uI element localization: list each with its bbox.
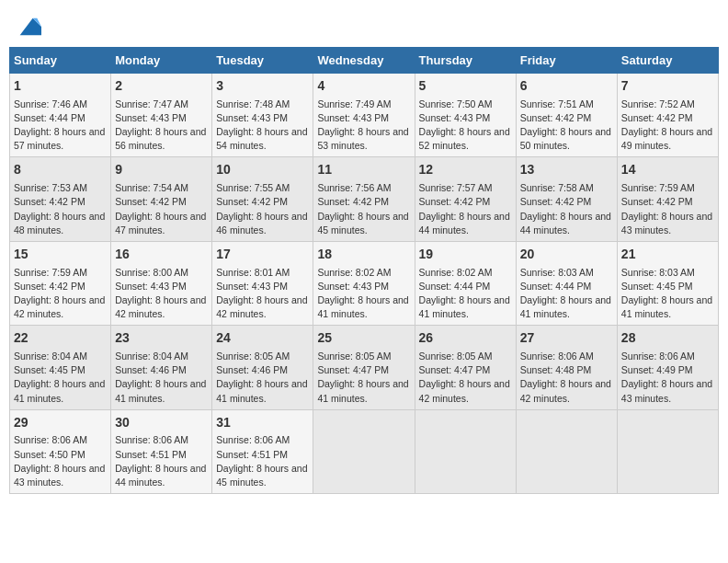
cell-content: Sunrise: 8:03 AMSunset: 4:45 PMDaylight:… xyxy=(621,266,714,322)
calendar-cell: 29Sunrise: 8:06 AMSunset: 4:50 PMDayligh… xyxy=(10,409,111,493)
daylight-label: Daylight: 8 hours and 57 minutes. xyxy=(14,126,105,151)
cell-content: Sunrise: 8:02 AMSunset: 4:43 PMDaylight:… xyxy=(317,266,410,322)
cell-content: Sunrise: 8:05 AMSunset: 4:47 PMDaylight:… xyxy=(419,350,512,406)
weekday-header-tuesday: Tuesday xyxy=(212,48,313,74)
weekday-header-friday: Friday xyxy=(516,48,617,74)
sunrise-label: Sunrise: 8:05 AM xyxy=(419,350,493,362)
cell-content: Sunrise: 7:54 AMSunset: 4:42 PMDaylight:… xyxy=(115,181,208,237)
sunset-label: Sunset: 4:48 PM xyxy=(520,364,592,375)
sunrise-label: Sunrise: 8:06 AM xyxy=(520,350,594,362)
sunset-label: Sunset: 4:46 PM xyxy=(115,364,187,375)
cell-content: Sunrise: 7:46 AMSunset: 4:44 PMDaylight:… xyxy=(14,98,107,154)
calendar-cell: 13Sunrise: 7:58 AMSunset: 4:42 PMDayligh… xyxy=(516,157,617,241)
daylight-label: Daylight: 8 hours and 54 minutes. xyxy=(216,126,307,151)
calendar-cell: 25Sunrise: 8:05 AMSunset: 4:47 PMDayligh… xyxy=(313,326,415,409)
sunset-label: Sunset: 4:42 PM xyxy=(115,196,187,207)
calendar-cell: 1Sunrise: 7:46 AMSunset: 4:44 PMDaylight… xyxy=(10,74,111,157)
calendar-cell: 27Sunrise: 8:06 AMSunset: 4:48 PMDayligh… xyxy=(516,326,617,409)
sunset-label: Sunset: 4:44 PM xyxy=(419,281,491,292)
day-number: 26 xyxy=(419,329,512,348)
sunrise-label: Sunrise: 8:06 AM xyxy=(216,434,290,445)
daylight-label: Daylight: 8 hours and 52 minutes. xyxy=(419,126,510,151)
sunrise-label: Sunrise: 8:04 AM xyxy=(115,350,188,362)
sunset-label: Sunset: 4:44 PM xyxy=(14,112,85,123)
calendar-header: SundayMondayTuesdayWednesdayThursdayFrid… xyxy=(10,48,719,74)
calendar-cell: 22Sunrise: 8:04 AMSunset: 4:45 PMDayligh… xyxy=(10,326,111,409)
sunrise-label: Sunrise: 8:06 AM xyxy=(14,434,87,445)
daylight-label: Daylight: 8 hours and 43 minutes. xyxy=(621,378,712,403)
sunrise-label: Sunrise: 8:06 AM xyxy=(115,434,188,445)
day-number: 20 xyxy=(520,246,613,264)
day-number: 1 xyxy=(14,77,107,96)
sunset-label: Sunset: 4:44 PM xyxy=(520,281,592,292)
calendar-cell: 20Sunrise: 8:03 AMSunset: 4:44 PMDayligh… xyxy=(516,241,617,325)
daylight-label: Daylight: 8 hours and 42 minutes. xyxy=(216,294,307,319)
calendar-cell: 6Sunrise: 7:51 AMSunset: 4:42 PMDaylight… xyxy=(516,74,617,157)
calendar-cell: 17Sunrise: 8:01 AMSunset: 4:43 PMDayligh… xyxy=(212,241,313,325)
sunset-label: Sunset: 4:47 PM xyxy=(317,364,389,375)
sunrise-label: Sunrise: 8:00 AM xyxy=(115,267,188,278)
daylight-label: Daylight: 8 hours and 42 minutes. xyxy=(14,294,105,319)
day-number: 7 xyxy=(621,77,714,96)
cell-content: Sunrise: 8:04 AMSunset: 4:46 PMDaylight:… xyxy=(115,350,208,406)
day-number: 30 xyxy=(115,414,208,432)
daylight-label: Daylight: 8 hours and 41 minutes. xyxy=(14,378,105,403)
sunrise-label: Sunrise: 8:02 AM xyxy=(317,267,391,278)
daylight-label: Daylight: 8 hours and 41 minutes. xyxy=(216,378,307,403)
day-number: 25 xyxy=(317,329,410,348)
daylight-label: Daylight: 8 hours and 45 minutes. xyxy=(216,463,307,488)
calendar-cell xyxy=(313,409,415,493)
calendar-cell: 7Sunrise: 7:52 AMSunset: 4:42 PMDaylight… xyxy=(617,74,718,157)
cell-content: Sunrise: 8:06 AMSunset: 4:51 PMDaylight:… xyxy=(115,433,208,489)
cell-content: Sunrise: 8:06 AMSunset: 4:49 PMDaylight:… xyxy=(621,350,714,406)
sunset-label: Sunset: 4:42 PM xyxy=(14,281,85,292)
sunrise-label: Sunrise: 7:55 AM xyxy=(216,182,290,193)
sunset-label: Sunset: 4:43 PM xyxy=(317,281,389,292)
cell-content: Sunrise: 7:52 AMSunset: 4:42 PMDaylight:… xyxy=(621,98,714,154)
sunset-label: Sunset: 4:42 PM xyxy=(419,196,491,207)
cell-content: Sunrise: 7:49 AMSunset: 4:43 PMDaylight:… xyxy=(317,98,410,154)
day-number: 18 xyxy=(317,246,410,264)
sunset-label: Sunset: 4:43 PM xyxy=(115,281,187,292)
sunset-label: Sunset: 4:43 PM xyxy=(216,112,288,123)
sunset-label: Sunset: 4:43 PM xyxy=(317,112,389,123)
sunset-label: Sunset: 4:47 PM xyxy=(419,364,491,375)
daylight-label: Daylight: 8 hours and 43 minutes. xyxy=(14,463,105,488)
daylight-label: Daylight: 8 hours and 44 minutes. xyxy=(419,211,510,236)
calendar-body: 1Sunrise: 7:46 AMSunset: 4:44 PMDaylight… xyxy=(10,74,719,494)
calendar-cell: 30Sunrise: 8:06 AMSunset: 4:51 PMDayligh… xyxy=(111,409,212,493)
sunset-label: Sunset: 4:50 PM xyxy=(14,449,85,460)
cell-content: Sunrise: 8:01 AMSunset: 4:43 PMDaylight:… xyxy=(216,266,309,322)
sunset-label: Sunset: 4:46 PM xyxy=(216,364,288,375)
calendar-cell xyxy=(516,409,617,493)
day-number: 27 xyxy=(520,329,613,348)
sunset-label: Sunset: 4:43 PM xyxy=(115,112,187,123)
sunrise-label: Sunrise: 7:59 AM xyxy=(621,182,695,193)
sunset-label: Sunset: 4:42 PM xyxy=(216,196,288,207)
cell-content: Sunrise: 8:00 AMSunset: 4:43 PMDaylight:… xyxy=(115,266,208,322)
sunrise-label: Sunrise: 7:47 AM xyxy=(115,98,188,109)
weekday-header-monday: Monday xyxy=(111,48,212,74)
daylight-label: Daylight: 8 hours and 43 minutes. xyxy=(621,211,712,236)
calendar-cell: 9Sunrise: 7:54 AMSunset: 4:42 PMDaylight… xyxy=(111,157,212,241)
sunrise-label: Sunrise: 7:49 AM xyxy=(317,98,391,109)
calendar-cell: 16Sunrise: 8:00 AMSunset: 4:43 PMDayligh… xyxy=(111,241,212,325)
cell-content: Sunrise: 8:05 AMSunset: 4:46 PMDaylight:… xyxy=(216,350,309,406)
daylight-label: Daylight: 8 hours and 53 minutes. xyxy=(317,126,408,151)
day-number: 8 xyxy=(14,161,107,179)
daylight-label: Daylight: 8 hours and 41 minutes. xyxy=(419,294,510,319)
calendar-cell: 10Sunrise: 7:55 AMSunset: 4:42 PMDayligh… xyxy=(212,157,313,241)
daylight-label: Daylight: 8 hours and 41 minutes. xyxy=(317,378,408,403)
sunrise-label: Sunrise: 8:05 AM xyxy=(216,350,290,362)
weekday-header-sunday: Sunday xyxy=(10,48,111,74)
weekday-header-wednesday: Wednesday xyxy=(313,48,415,74)
day-number: 2 xyxy=(115,77,208,96)
sunset-label: Sunset: 4:49 PM xyxy=(621,364,693,375)
daylight-label: Daylight: 8 hours and 45 minutes. xyxy=(317,211,408,236)
cell-content: Sunrise: 7:58 AMSunset: 4:42 PMDaylight:… xyxy=(520,181,613,237)
calendar-cell: 21Sunrise: 8:03 AMSunset: 4:45 PMDayligh… xyxy=(617,241,718,325)
sunrise-label: Sunrise: 7:51 AM xyxy=(520,98,594,109)
day-number: 10 xyxy=(216,161,309,179)
day-number: 3 xyxy=(216,77,309,96)
daylight-label: Daylight: 8 hours and 48 minutes. xyxy=(14,211,105,236)
